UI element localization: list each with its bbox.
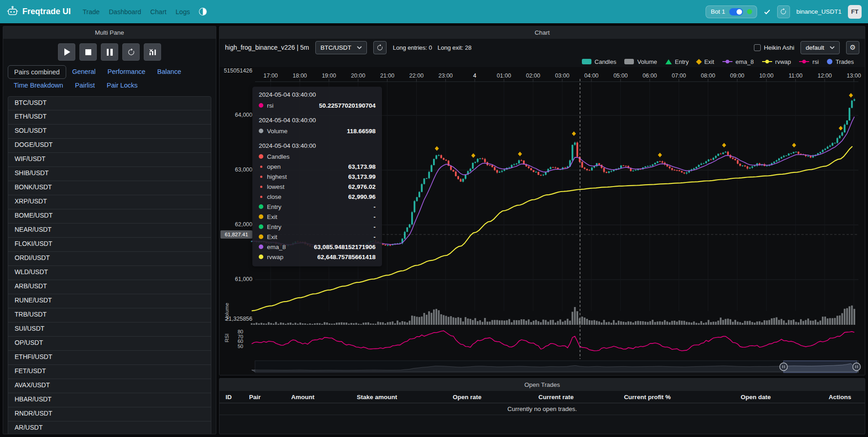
plot-config-select[interactable]: default [800,41,840,54]
pair-item-wld[interactable]: WLD/USDT [8,266,211,280]
column-header-actions: Actions [815,394,865,401]
pair-item-sol[interactable]: SOL/USDT [8,125,211,139]
time-tick: 05:00 [613,73,627,79]
time-tick: 07:00 [672,73,686,79]
column-header-open-rate: Open rate [420,394,514,401]
avatar[interactable]: FT [848,5,862,19]
signal-counts: Long entries: 0 Long exit: 28 [393,44,471,51]
column-header-stake-amount: Stake amount [334,394,420,401]
time-tick: 22:00 [409,73,424,79]
stop-bot-button[interactable] [79,43,97,61]
pair-item-avax[interactable]: AVAX/USDT [8,379,211,393]
legend-exit[interactable]: Exit [697,58,714,65]
pair-item-sui[interactable]: SUI/USDT [8,323,211,337]
start-bot-button[interactable] [58,43,75,61]
nav-link-logs[interactable]: Logs [176,8,190,16]
play-icon [64,48,70,56]
pair-item-eth[interactable]: ETH/USDT [8,110,211,125]
multi-pane-tabs: Pairs combinedGeneralPerformanceBalanceT… [3,64,216,92]
exchange-label: binance_USDT1 [796,8,842,15]
legend-rvwap[interactable]: rvwap [762,58,791,65]
legend-candles[interactable]: Candles [582,58,617,65]
pair-item-wif[interactable]: WIF/USDT [8,153,211,167]
pair-item-bome[interactable]: BOME/USDT [8,209,211,224]
nav-link-trade[interactable]: Trade [83,8,99,16]
chart-panel: Chart high_frog_binance_v226 | 5m BTC/US… [219,26,865,375]
tab-general[interactable]: General [66,65,102,79]
pair-item-trb[interactable]: TRB/USDT [8,308,211,323]
rsi-pane-label: RSI [224,323,230,353]
reload-config-button[interactable] [122,43,140,61]
refresh-icon [376,44,383,51]
plot-settings-button[interactable]: ⚙ [846,41,859,54]
brand[interactable]: Freqtrade UI [6,5,71,18]
legend-volume[interactable]: Volume [624,58,657,65]
heikin-ashi-checkbox[interactable] [754,44,761,51]
time-tick: 21:00 [380,73,394,79]
time-tick: 09:00 [730,73,744,79]
pair-item-xrp[interactable]: XRP/USDT [8,195,211,209]
heikin-ashi-toggle[interactable]: Heikin Ashi [754,44,795,51]
force-exit-button[interactable] [144,43,161,61]
candles-marker-icon [582,59,591,64]
pair-item-shib[interactable]: SHIB/USDT [8,167,211,181]
pair-item-doge[interactable]: DOGE/USDT [8,139,211,153]
pair-item-bonk[interactable]: BONK/USDT [8,181,211,195]
legend-ema_8[interactable]: ema_8 [722,58,754,65]
pair-item-op[interactable]: OP/USDT [8,337,211,351]
column-header-amount: Amount [272,394,334,401]
trades-marker-icon [827,59,832,64]
time-tick: 10:00 [759,73,774,79]
exit-marker-icon [696,59,702,65]
pair-select-value: BTC/USDT [320,44,351,51]
chart-canvas[interactable]: 17:0018:0019:0020:0021:0022:0023:00401:0… [220,67,865,375]
tab-pairs-combined[interactable]: Pairs combined [8,65,66,79]
pair-item-floki[interactable]: FLOKI/USDT [8,238,211,252]
chart-tooltip: 2024-05-04 03:40:00rsi50.225770201907042… [252,87,382,266]
pair-item-btc[interactable]: BTC/USDT [8,96,211,110]
pair-item-fet[interactable]: FET/USDT [8,365,211,379]
pause-bot-button[interactable] [101,43,118,61]
tab-time-breakdown[interactable]: Time Breakdown [8,79,69,92]
volume-marker-icon [624,59,634,64]
rsi-marker-icon [799,61,809,62]
chevron-down-icon [830,46,835,49]
legend-entry[interactable]: Entry [665,58,689,65]
tab-pairlist[interactable]: Pairlist [69,79,101,92]
time-tick: 03:00 [555,73,569,79]
bot-online-indicator [747,9,752,14]
pair-item-ar[interactable]: AR/USDT [8,421,211,434]
heikin-ashi-label: Heikin Ashi [764,44,795,51]
plot-config-value: default [805,44,824,51]
tab-performance[interactable]: Performance [102,65,152,79]
entry-marker-icon [665,59,672,64]
tab-balance[interactable]: Balance [152,65,187,79]
bot-controls [3,39,216,64]
chart-refresh-button[interactable] [373,41,387,54]
open-trades-title: Open Trades [220,379,865,391]
pair-list: BTC/USDTETH/USDTSOL/USDTDOGE/USDTWIF/USD… [3,96,216,434]
column-header-current-profit-: Current profit % [598,394,696,401]
pair-item-arb[interactable]: ARB/USDT [8,280,211,294]
strategy-label: high_frog_binance_v226 | 5m [225,44,309,51]
pair-item-rndr[interactable]: RNDR/USDT [8,407,211,421]
pair-item-near[interactable]: NEAR/USDT [8,224,211,238]
pair-select[interactable]: BTC/USDT [315,41,367,54]
pair-item-rune[interactable]: RUNE/USDT [8,294,211,308]
bot-selector[interactable]: Bot 1 [706,5,757,18]
tab-pair-locks[interactable]: Pair Locks [101,79,144,92]
nav-link-dashboard[interactable]: Dashboard [109,8,141,16]
axis-tick-label: 63,000 [220,166,252,173]
legend-rsi[interactable]: rsi [799,58,819,65]
reload-bot-button[interactable] [777,5,790,18]
bot-toggle[interactable] [729,8,743,16]
column-header-id: ID [220,394,238,401]
theme-toggle-icon[interactable] [199,8,207,16]
bot-name: Bot 1 [711,8,725,15]
nav-link-chart[interactable]: Chart [150,8,166,16]
legend-trades[interactable]: Trades [827,58,854,65]
column-header-pair: Pair [238,394,272,401]
pair-item-ethfi[interactable]: ETHFI/USDT [8,351,211,365]
pair-item-ordi[interactable]: ORDI/USDT [8,252,211,266]
pair-item-hbar[interactable]: HBAR/USDT [8,393,211,407]
